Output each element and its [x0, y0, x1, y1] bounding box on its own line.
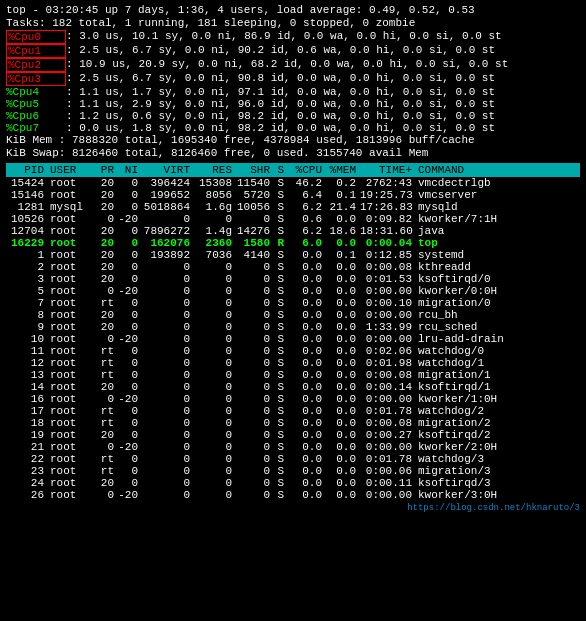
table-row: 15424root2003964241530811540S46.20.22762… [6, 177, 580, 189]
cell-mem: 0.0 [326, 417, 360, 429]
cell-cmd: ksoftirqd/1 [416, 381, 580, 393]
cell-pid: 16229 [6, 237, 48, 249]
table-row: 24root200000S0.00.00:00.11ksoftirqd/3 [6, 477, 580, 489]
cell-cpu: 0.0 [288, 285, 326, 297]
cell-time: 0:00.08 [360, 261, 416, 273]
cell-pr: 20 [94, 309, 118, 321]
cell-mem: 0.0 [326, 321, 360, 333]
cell-s: S [274, 333, 288, 345]
cell-cmd: rcu_sched [416, 321, 580, 333]
cell-cmd: kworker/0:0H [416, 285, 580, 297]
cell-user: root [48, 225, 94, 237]
cell-shr: 0 [236, 453, 274, 465]
cell-cpu: 6.2 [288, 225, 326, 237]
cell-ni: 0 [118, 357, 142, 369]
cell-shr: 0 [236, 417, 274, 429]
cell-mem: 0.0 [326, 237, 360, 249]
cell-pr: 0 [94, 333, 118, 345]
cell-pr: 0 [94, 285, 118, 297]
cell-mem: 0.0 [326, 369, 360, 381]
cell-mem: 18.6 [326, 225, 360, 237]
header-command: COMMAND [416, 164, 580, 176]
cell-virt: 0 [142, 489, 194, 501]
cell-pr: rt [94, 369, 118, 381]
cpu-values: : 1.1 us, 1.7 sy, 0.0 ni, 97.1 id, 0.0 w… [66, 86, 495, 98]
cell-cpu: 6.4 [288, 189, 326, 201]
cell-mem: 21.4 [326, 201, 360, 213]
cell-ni: 0 [118, 177, 142, 189]
swap-line: KiB Swap: 8126460 total, 8126460 free, 0… [6, 147, 580, 159]
cell-res: 1.6g [194, 201, 236, 213]
table-row: 26root0-20000S0.00.00:00.00kworker/3:0H [6, 489, 580, 501]
cell-pid: 23 [6, 465, 48, 477]
cell-cpu: 0.0 [288, 261, 326, 273]
cell-s: S [274, 417, 288, 429]
cell-pr: 20 [94, 321, 118, 333]
cell-pid: 14 [6, 381, 48, 393]
header-virt: VIRT [142, 164, 194, 176]
cell-shr: 0 [236, 405, 274, 417]
cell-shr: 0 [236, 213, 274, 225]
cell-time: 0:00.00 [360, 441, 416, 453]
cell-s: S [274, 441, 288, 453]
cell-res: 0 [194, 357, 236, 369]
cell-cpu: 0.0 [288, 321, 326, 333]
cell-time: 0:01.78 [360, 405, 416, 417]
cell-shr: 0 [236, 465, 274, 477]
table-row: 21root0-20000S0.00.00:00.00kworker/2:0H [6, 441, 580, 453]
cell-res: 0 [194, 213, 236, 225]
header-pr: PR [94, 164, 118, 176]
cpu-row: %Cpu0: 3.0 us, 10.1 sy, 0.0 ni, 86.9 id,… [6, 30, 580, 44]
cell-user: root [48, 441, 94, 453]
cell-virt: 0 [142, 345, 194, 357]
cell-shr: 0 [236, 345, 274, 357]
header-time: TIME+ [360, 164, 416, 176]
cell-cpu: 0.0 [288, 309, 326, 321]
cell-pr: 0 [94, 441, 118, 453]
cell-mem: 0.0 [326, 357, 360, 369]
cell-pr: 20 [94, 225, 118, 237]
table-row: 12rootrt0000S0.00.00:01.98watchdog/1 [6, 357, 580, 369]
cell-pid: 15424 [6, 177, 48, 189]
cell-res: 15308 [194, 177, 236, 189]
cell-s: R [274, 237, 288, 249]
cell-virt: 0 [142, 477, 194, 489]
cell-shr: 0 [236, 477, 274, 489]
cell-pid: 21 [6, 441, 48, 453]
cell-s: S [274, 177, 288, 189]
cell-mem: 0.0 [326, 345, 360, 357]
cell-ni: 0 [118, 189, 142, 201]
cell-s: S [274, 249, 288, 261]
cell-res: 0 [194, 297, 236, 309]
cell-pid: 1 [6, 249, 48, 261]
cell-cmd: lru-add-drain [416, 333, 580, 345]
cell-user: root [48, 381, 94, 393]
cell-pr: 0 [94, 213, 118, 225]
cell-pid: 18 [6, 417, 48, 429]
header-user: USER [48, 164, 94, 176]
table-row: 12704root20078962721.4g14276S6.218.618:3… [6, 225, 580, 237]
table-row: 19root200000S0.00.00:00.27ksoftirqd/2 [6, 429, 580, 441]
cell-pid: 15146 [6, 189, 48, 201]
cell-mem: 0.0 [326, 393, 360, 405]
cell-pid: 26 [6, 489, 48, 501]
cell-virt: 0 [142, 441, 194, 453]
cell-pr: 20 [94, 273, 118, 285]
cell-ni: 0 [118, 381, 142, 393]
cell-s: S [274, 393, 288, 405]
cell-time: 0:00.00 [360, 285, 416, 297]
cell-pr: 20 [94, 249, 118, 261]
cell-user: root [48, 489, 94, 501]
cell-ni: 0 [118, 345, 142, 357]
table-row: 1281mysql20050188641.6g10056S6.221.417:2… [6, 201, 580, 213]
cell-pr: 20 [94, 177, 118, 189]
cell-res: 2360 [194, 237, 236, 249]
cell-pid: 11 [6, 345, 48, 357]
cell-cpu: 0.0 [288, 333, 326, 345]
cell-ni: -20 [118, 441, 142, 453]
cpu-values: : 10.9 us, 20.9 sy, 0.0 ni, 68.2 id, 0.0… [66, 58, 508, 72]
cell-cpu: 0.0 [288, 273, 326, 285]
cell-shr: 1580 [236, 237, 274, 249]
cell-cmd: watchdog/1 [416, 357, 580, 369]
table-row: 14root200000S0.00.00:00.14ksoftirqd/1 [6, 381, 580, 393]
